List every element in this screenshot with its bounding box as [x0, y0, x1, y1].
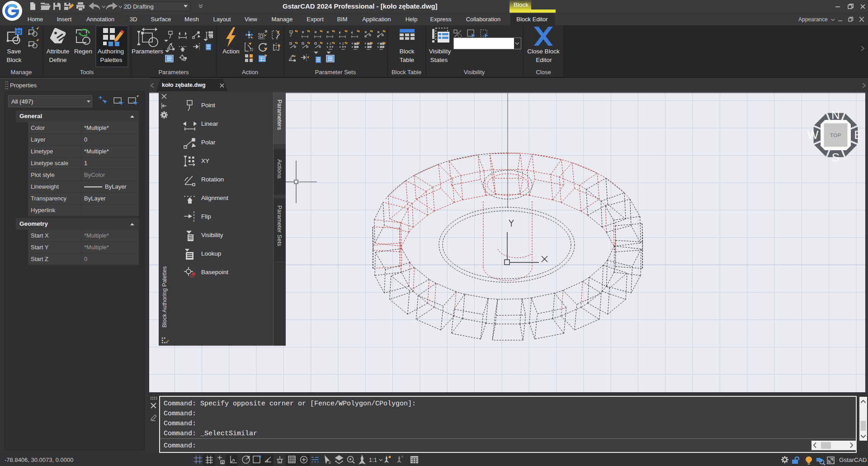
svg-text:N: N: [831, 108, 840, 122]
svg-text:S: S: [832, 151, 840, 163]
svg-text:E: E: [854, 128, 862, 142]
svg-text:W: W: [807, 128, 819, 142]
svg-text:TOP: TOP: [830, 133, 841, 138]
